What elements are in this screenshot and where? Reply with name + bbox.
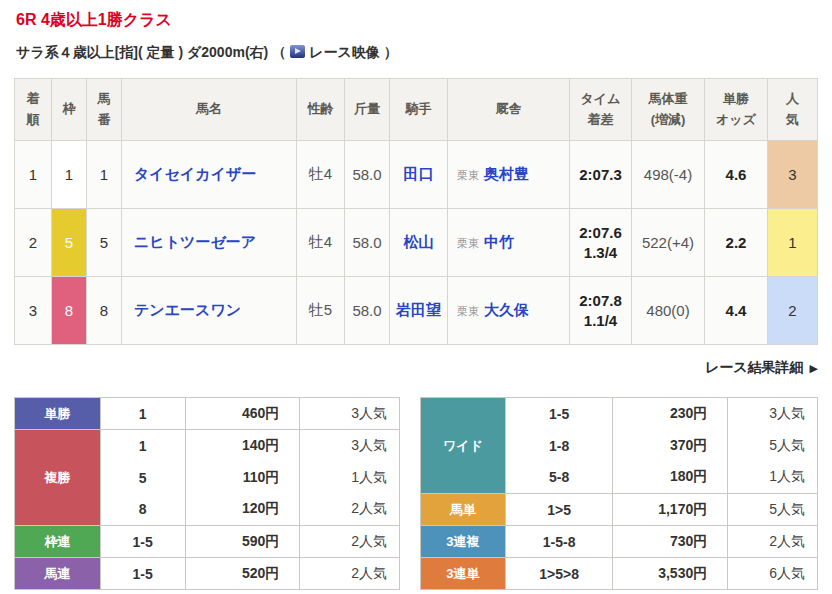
payout-popularity: 2人気	[300, 494, 400, 526]
sex-age: 牡4	[297, 141, 345, 209]
payout-row: ワイド 1-5 230円 3人気	[421, 398, 818, 430]
payout-combination: 1>5>8	[505, 558, 613, 590]
payout-type-win: 単勝	[15, 398, 101, 430]
sex-age: 牡4	[297, 209, 345, 277]
stable-link[interactable]: 中竹	[484, 233, 514, 250]
stable-link[interactable]: 奥村豊	[484, 165, 529, 182]
payout-amount: 590円	[185, 526, 300, 558]
stable-cell: 栗東大久保	[448, 277, 570, 345]
jockey-cell: 松山	[390, 209, 448, 277]
horse-weight: 498(-4)	[632, 141, 705, 209]
column-header-stable: 厩舎	[448, 79, 570, 141]
horse-name-link[interactable]: タイセイカイザー	[134, 165, 256, 182]
payout-type-wide: ワイド	[421, 398, 506, 494]
stable-region: 栗東	[457, 305, 479, 317]
jockey-cell: 岩田望	[390, 277, 448, 345]
payout-amount: 140円	[185, 430, 300, 462]
race-video-link[interactable]: レース映像	[309, 44, 380, 60]
popularity: 2	[768, 277, 818, 345]
payout-amount: 520円	[185, 558, 300, 590]
payout-row: 枠連 1-5 590円 2人気	[15, 526, 400, 558]
race-conditions-bar: サラ系４歳以上[指]( 定量 ) ダ2000m(右) （レース映像 ）	[16, 44, 818, 62]
payout-row: 複勝 1 140円 3人気	[15, 430, 400, 462]
payout-type-bracket-quinella: 枠連	[15, 526, 101, 558]
jockey-link[interactable]: 田口	[404, 165, 434, 182]
time-margin: 2:07.8 1.1/4	[570, 277, 632, 345]
payout-popularity: 2人気	[728, 526, 818, 558]
jockey-cell: 田口	[390, 141, 448, 209]
frame-number: 1	[52, 141, 87, 209]
horse-number: 5	[87, 209, 122, 277]
payout-popularity: 3人気	[300, 430, 400, 462]
payout-combination: 1>5	[505, 494, 613, 526]
payout-table-left: 単勝 1 460円 3人気 複勝 1 140円 3人気 5 110円 1人気 8…	[14, 397, 400, 590]
payout-type-place: 複勝	[15, 430, 101, 526]
video-paren-close: ）	[384, 44, 398, 60]
payout-popularity: 2人気	[300, 558, 400, 590]
column-header-jockey: 騎手	[390, 79, 448, 141]
payout-popularity: 1人気	[728, 462, 818, 494]
payout-combination: 5	[100, 462, 185, 494]
horse-name-link[interactable]: テンエースワン	[134, 301, 241, 318]
weight-carried: 58.0	[345, 141, 390, 209]
payout-row: 馬連 1-5 520円 2人気	[15, 558, 400, 590]
payout-type-quinella: 馬連	[15, 558, 101, 590]
payout-table-right: ワイド 1-5 230円 3人気 1-8 370円 5人気 5-8 180円 1…	[420, 397, 818, 590]
stable-cell: 栗東中竹	[448, 209, 570, 277]
column-header-weight: 斤量	[345, 79, 390, 141]
column-header-frame: 枠	[52, 79, 87, 141]
payout-type-trio: 3連複	[421, 526, 506, 558]
payout-combination: 1-8	[505, 430, 613, 462]
payout-combination: 1-5-8	[505, 526, 613, 558]
stable-link[interactable]: 大久保	[484, 301, 529, 318]
horse-weight: 480(0)	[632, 277, 705, 345]
column-header-time: タイム 着差	[570, 79, 632, 141]
stable-region: 栗東	[457, 237, 479, 249]
payout-popularity: 5人気	[728, 430, 818, 462]
horse-name-link[interactable]: ニヒトツーゼーア	[134, 233, 256, 250]
finish-position: 3	[15, 277, 52, 345]
weight-carried: 58.0	[345, 209, 390, 277]
detail-link-row: レース結果詳細▶	[14, 359, 818, 377]
payout-popularity: 2人気	[300, 526, 400, 558]
column-header-horse: 馬名	[122, 79, 297, 141]
win-odds: 4.6	[705, 141, 768, 209]
payout-type-trifecta: 3連単	[421, 558, 506, 590]
detail-link-label: レース結果詳細	[705, 359, 804, 375]
result-row: 3 8 8 テンエースワン 牡5 58.0 岩田望 栗東大久保 2:07.8 1…	[15, 277, 818, 345]
finish-position: 2	[15, 209, 52, 277]
race-title: 6R 4歳以上1勝クラス	[16, 10, 818, 31]
stable-region: 栗東	[457, 169, 479, 181]
payout-amount: 730円	[613, 526, 728, 558]
payout-combination: 1	[100, 398, 185, 430]
popularity: 3	[768, 141, 818, 209]
payout-amount: 370円	[613, 430, 728, 462]
time-margin: 2:07.3	[570, 141, 632, 209]
frame-number: 8	[52, 277, 87, 345]
horse-name-cell: テンエースワン	[122, 277, 297, 345]
race-conditions: サラ系４歳以上[指]( 定量 ) ダ2000m(右)	[16, 44, 268, 60]
horse-number: 8	[87, 277, 122, 345]
payout-amount: 230円	[613, 398, 728, 430]
sex-age: 牡5	[297, 277, 345, 345]
jockey-link[interactable]: 岩田望	[396, 301, 441, 318]
payout-row: 単勝 1 460円 3人気	[15, 398, 400, 430]
payout-amount: 460円	[185, 398, 300, 430]
chevron-right-icon: ▶	[810, 362, 818, 374]
column-header-sexage: 性齢	[297, 79, 345, 141]
payout-combination: 5-8	[505, 462, 613, 494]
stable-cell: 栗東奥村豊	[448, 141, 570, 209]
result-row: 2 5 5 ニヒトツーゼーア 牡4 58.0 松山 栗東中竹 2:07.6 1.…	[15, 209, 818, 277]
payout-row: 馬単 1>5 1,170円 5人気	[421, 494, 818, 526]
payout-section: 単勝 1 460円 3人気 複勝 1 140円 3人気 5 110円 1人気 8…	[14, 397, 818, 590]
time-margin: 2:07.6 1.3/4	[570, 209, 632, 277]
finish-position: 1	[15, 141, 52, 209]
race-result-page: 6R 4歳以上1勝クラス サラ系４歳以上[指]( 定量 ) ダ2000m(右) …	[0, 0, 832, 590]
weight-carried: 58.0	[345, 277, 390, 345]
horse-weight: 522(+4)	[632, 209, 705, 277]
payout-popularity: 5人気	[728, 494, 818, 526]
jockey-link[interactable]: 松山	[404, 233, 434, 250]
payout-popularity: 6人気	[728, 558, 818, 590]
race-result-detail-link[interactable]: レース結果詳細▶	[705, 359, 818, 375]
result-row: 1 1 1 タイセイカイザー 牡4 58.0 田口 栗東奥村豊 2:07.3 4…	[15, 141, 818, 209]
